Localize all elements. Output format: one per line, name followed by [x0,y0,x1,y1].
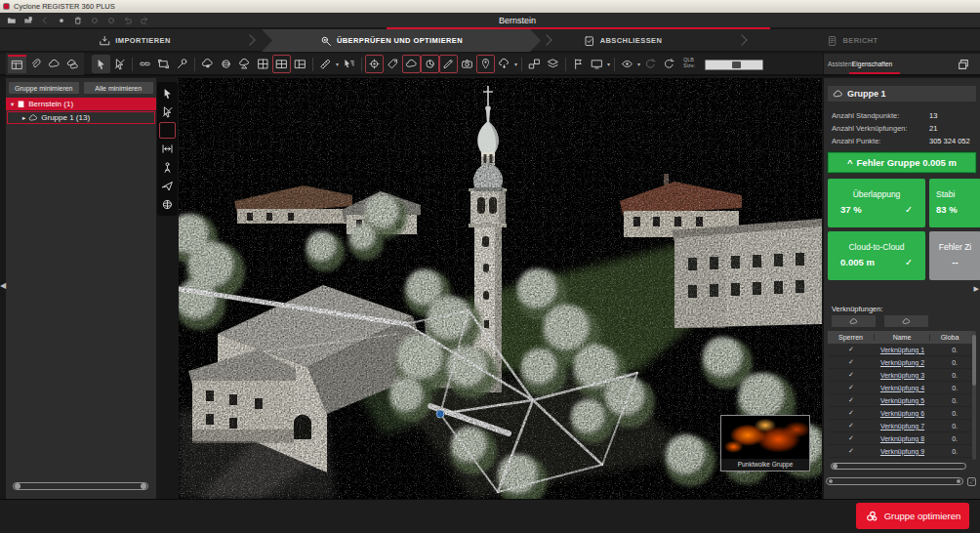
scrollbar-corner-icon[interactable]: ⤢ [967,477,976,486]
lock-check[interactable]: ✓ [828,422,875,430]
pin-icon[interactable] [476,55,495,73]
qlb-slider-thumb[interactable] [732,62,741,68]
flag-icon[interactable] [569,55,588,73]
link-verknuepfung[interactable]: Verknüpfung 1 [880,347,924,353]
dropdown-caret-icon[interactable]: ▾ [607,61,610,67]
rotate-dim-icon[interactable] [641,55,660,73]
tile-cloud-to-cloud[interactable]: Cloud-to-Cloud 0.005 m✓ [828,231,925,280]
sitemap-tab-icon[interactable] [8,55,26,73]
cursor-alt-icon[interactable] [110,55,129,73]
lock-check[interactable]: ✓ [828,358,875,366]
tile-stabilitaet[interactable]: Stabi 83 % [929,179,980,227]
group-error-button[interactable]: ^ Fehler Gruppe 0.005 m [828,152,976,173]
link-verknuepfung[interactable]: Verknüpfung 2 [880,359,924,366]
lock-check[interactable]: ✓ [828,384,875,391]
grid-icon[interactable] [254,55,272,73]
tools-icon[interactable] [173,55,191,73]
panel-layout-icon[interactable] [957,58,971,72]
screen-icon[interactable] [588,55,606,73]
link-verknuepfung[interactable]: Verknüpfung 8 [880,435,924,442]
measure-tool-icon[interactable] [159,141,176,157]
qlb-size-slider[interactable] [705,60,763,70]
point-cloud-viewport[interactable]: Punktwolke Gruppe [179,78,822,499]
record-icon[interactable] [55,15,67,26]
ruler-icon[interactable] [316,55,335,73]
tab-eigenschaften[interactable]: Eigenschaften [852,61,892,67]
cloud-tab-icon[interactable] [45,55,63,73]
station-view-icon[interactable] [159,159,176,176]
pie-sphere-icon[interactable] [421,55,439,73]
cloud-accent-icon[interactable] [402,55,421,73]
dropdown-caret-icon[interactable]: ▾ [336,61,339,67]
fly-tool-icon[interactable] [159,178,176,194]
tag-icon[interactable] [384,55,402,73]
layers-icon[interactable] [544,55,562,73]
lock-check[interactable]: ✓ [828,346,875,353]
pen-icon[interactable] [439,55,458,73]
tree-horizontal-scrollbar[interactable] [13,482,148,490]
panel-horizontal-scrollbar[interactable] [826,477,963,485]
pointer-lines-icon[interactable] [340,55,358,73]
collapse-panel-arrow-icon[interactable]: ◀ [0,282,6,290]
open-project-icon[interactable] [5,15,18,26]
link-cloud-button[interactable] [832,315,876,327]
link-verknuepfung[interactable]: Verknüpfung 5 [880,397,924,404]
tree-item-gruppe-1[interactable]: ▸ Gruppe 1 (13) [7,111,155,124]
split-view-alt-icon[interactable] [291,55,309,73]
cloud-lock-icon[interactable] [198,55,217,73]
link-verknuepfung[interactable]: Verknüpfung 9 [880,448,924,455]
tile-fehler-ziele[interactable]: Fehler Zi -- [929,231,980,280]
tab-ueberpruefen-und-optimieren[interactable]: ÜBERPRÜFEN UND OPTIMIEREN [320,29,463,52]
lock-check[interactable]: ✓ [828,447,875,455]
chain-icon[interactable] [136,55,154,73]
dropdown-caret-icon[interactable]: ▾ [514,61,517,67]
cloud-dropdown-icon[interactable] [495,55,513,73]
split-view-icon[interactable] [272,55,291,73]
lock-check[interactable]: ✓ [828,434,875,442]
link-verknuepfung[interactable]: Verknüpfung 4 [880,385,924,391]
collapse-all-button[interactable]: Alle minimieren [84,82,154,94]
lock-check[interactable]: ✓ [828,371,875,379]
tab-bericht[interactable]: BERICHT [826,29,878,52]
table-horizontal-scrollbar[interactable] [831,463,966,470]
table-vertical-scrollbar[interactable] [972,331,976,460]
cloud-mesh-icon[interactable] [235,55,254,73]
expand-tiles-arrow-icon[interactable]: ▶ [974,285,979,293]
tile-ueberlappung[interactable]: Überlappung 37 %✓ [828,179,925,227]
lock-check[interactable]: ✓ [828,396,875,404]
link-verknuepfung[interactable]: Verknüpfung 7 [880,423,924,430]
link-verknuepfung[interactable]: Verknüpfung 6 [880,410,924,417]
tree-item-bernstein[interactable]: ▾ Bernstein (1) [6,98,156,110]
dropdown-caret-icon[interactable]: ▾ [637,61,640,67]
pan-tool-icon[interactable] [159,122,176,139]
rotate-icon[interactable] [660,55,678,73]
link-verknuepfung[interactable]: Verknüpfung 3 [880,372,924,379]
cursor-icon[interactable] [92,55,110,73]
scale-icon[interactable] [525,55,544,73]
collapse-group-button[interactable]: Gruppe minimieren [9,82,79,94]
orbit-tool-icon[interactable] [159,196,176,213]
lock-check[interactable]: ✓ [828,409,875,417]
undo-icon[interactable] [121,15,134,26]
frame-icon[interactable] [154,55,173,73]
tab-abschliessen[interactable]: ABSCHLIESSEN [584,29,663,52]
select-off-tool-icon[interactable] [159,103,176,120]
back-icon[interactable] [38,15,51,26]
tab-assistent[interactable]: Assistent [828,61,853,67]
tab-importieren[interactable]: IMPORTIEREN [99,29,171,52]
eye-icon[interactable] [618,55,636,73]
optimize-group-button[interactable]: Gruppe optimieren [856,503,969,529]
select-tool-icon[interactable] [159,85,176,102]
target-icon[interactable] [365,55,384,73]
tree-expand-icon[interactable]: ▸ [22,114,25,122]
sync-icon[interactable] [104,15,117,26]
refresh-icon[interactable] [88,15,101,26]
delete-icon[interactable] [71,15,84,26]
camera-icon[interactable] [458,55,476,73]
group-cloud-inset[interactable]: Punktwolke Gruppe [720,415,810,472]
clouds-tab-icon[interactable] [63,55,82,73]
link-cloud-alt-button[interactable] [884,315,928,327]
link-tab-icon[interactable] [26,55,45,73]
tree-expand-icon[interactable]: ▾ [11,101,14,108]
save-project-icon[interactable] [21,15,34,26]
